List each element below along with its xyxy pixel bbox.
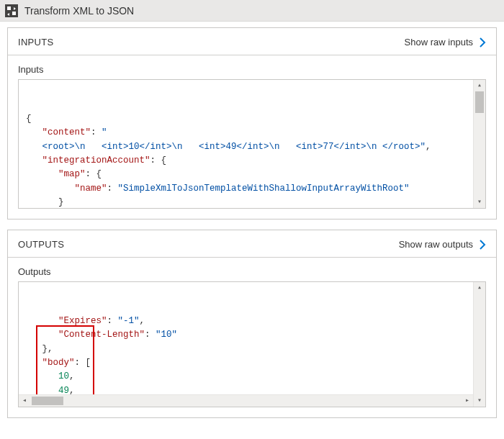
outputs-code: "Expires": "-1", "Content-Length": "10" …: [19, 310, 485, 407]
outputs-horizontal-scrollbar[interactable]: ◂ ▸: [19, 394, 473, 407]
chevron-right-icon: [479, 240, 486, 250]
transform-icon: [4, 4, 19, 18]
outputs-body: Outputs "Expires": "-1", "Content-Length…: [8, 258, 496, 417]
main-container: INPUTS Show raw inputs Inputs { "content…: [0, 22, 504, 434]
outputs-header: OUTPUTS Show raw outputs: [8, 230, 496, 258]
inputs-panel: INPUTS Show raw inputs Inputs { "content…: [7, 27, 497, 220]
title-bar: Transform XML to JSON: [0, 0, 504, 22]
scroll-down-icon[interactable]: ▾: [474, 395, 485, 407]
outputs-title: OUTPUTS: [18, 239, 64, 250]
svg-rect-0: [5, 4, 18, 17]
scroll-up-icon[interactable]: ▴: [474, 80, 485, 91]
inputs-body: Inputs { "content": " <root>\n <int>10</…: [8, 55, 496, 219]
show-raw-inputs-label: Show raw inputs: [405, 37, 473, 47]
scroll-right-icon[interactable]: ▸: [462, 395, 473, 407]
show-raw-outputs-label: Show raw outputs: [399, 239, 473, 250]
scroll-up-icon[interactable]: ▴: [474, 282, 485, 294]
show-raw-outputs-link[interactable]: Show raw outputs: [399, 239, 486, 250]
inputs-header: INPUTS Show raw inputs: [8, 28, 496, 55]
scroll-down-icon[interactable]: ▾: [474, 196, 485, 208]
scroll-left-icon[interactable]: ◂: [19, 395, 30, 407]
h-scroll-track[interactable]: [30, 395, 462, 407]
chevron-right-icon: [479, 37, 486, 47]
inputs-code-box[interactable]: { "content": " <root>\n <int>10</int>\n …: [18, 79, 486, 209]
inputs-title: INPUTS: [18, 37, 53, 47]
outputs-vertical-scrollbar[interactable]: ▴ ▾: [473, 282, 485, 407]
scroll-thumb[interactable]: [32, 397, 63, 405]
inputs-vertical-scrollbar[interactable]: ▴ ▾: [473, 80, 485, 208]
outputs-sub-label: Outputs: [18, 266, 486, 277]
outputs-code-box[interactable]: "Expires": "-1", "Content-Length": "10" …: [18, 281, 486, 407]
window-title: Transform XML to JSON: [24, 5, 134, 17]
inputs-code: { "content": " <root>\n <int>10</int>\n …: [19, 108, 485, 209]
outputs-panel: OUTPUTS Show raw outputs Outputs "Expire…: [7, 230, 497, 418]
scroll-thumb[interactable]: [475, 91, 484, 113]
show-raw-inputs-link[interactable]: Show raw inputs: [405, 37, 486, 47]
inputs-sub-label: Inputs: [18, 64, 486, 75]
